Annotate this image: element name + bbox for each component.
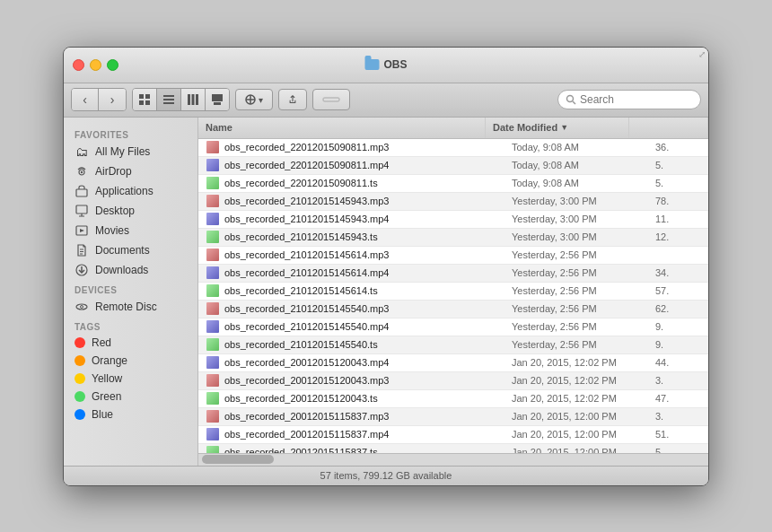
- sidebar-item-downloads[interactable]: Downloads: [64, 260, 197, 280]
- file-date: Yesterday, 2:56 PM: [512, 321, 655, 332]
- movies-icon: [75, 223, 89, 238]
- forward-button[interactable]: ›: [99, 89, 126, 110]
- sidebar-item-airdrop[interactable]: AirDrop: [64, 161, 197, 181]
- file-thumb: [206, 194, 220, 208]
- table-row[interactable]: obs_recorded_21012015145540.mp3Yesterday…: [198, 301, 708, 318]
- table-row[interactable]: obs_recorded_21012015145614.mp4Yesterday…: [198, 265, 708, 283]
- file-thumb: [206, 373, 220, 388]
- table-row[interactable]: obs_recorded_22012015090811.mp4Today, 9:…: [198, 157, 708, 175]
- table-row[interactable]: obs_recorded_21012015145540.tsYesterday,…: [198, 336, 708, 354]
- arrange-dropdown-icon: ▾: [259, 95, 263, 105]
- table-row[interactable]: obs_recorded_21012015145614.tsYesterday,…: [198, 283, 708, 301]
- orange-tag-dot: [75, 355, 85, 366]
- col-size-header[interactable]: [629, 118, 708, 138]
- sidebar-item-blue[interactable]: Blue: [64, 406, 197, 423]
- maximize-button[interactable]: [107, 59, 118, 71]
- file-size: 62.: [655, 303, 701, 314]
- file-size: 57.: [655, 285, 701, 296]
- finder-window: OBS ⤢ ‹ ›: [63, 47, 709, 486]
- col-date-header[interactable]: Date Modified ▼: [486, 118, 629, 138]
- back-button[interactable]: ‹: [72, 89, 99, 110]
- red-tag-dot: [75, 337, 85, 348]
- file-thumb: [206, 212, 220, 226]
- svg-rect-15: [323, 98, 339, 101]
- file-size: 5.: [655, 178, 701, 188]
- col-name-header[interactable]: Name: [198, 118, 486, 138]
- status-text: 57 items, 799.12 GB available: [320, 470, 452, 481]
- view-list-button[interactable]: [157, 89, 181, 110]
- window-title: OBS: [364, 58, 407, 71]
- desktop-icon: [75, 204, 89, 218]
- sidebar-item-remote-disc[interactable]: Remote Disc: [64, 297, 197, 317]
- svg-point-32: [81, 305, 83, 308]
- file-date: Jan 20, 2015, 12:02 PM: [512, 357, 655, 368]
- sidebar-item-green[interactable]: Green: [64, 388, 197, 406]
- file-type-icon: [206, 177, 219, 189]
- table-row[interactable]: obs_recorded_20012015120043.tsJan 20, 20…: [198, 390, 708, 408]
- file-size: 36.: [655, 142, 701, 153]
- file-type-icon: [206, 141, 219, 153]
- statusbar: 57 items, 799.12 GB available: [64, 466, 708, 485]
- file-size: 78.: [655, 196, 701, 206]
- file-name: obs_recorded_22012015090811.mp3: [224, 142, 512, 153]
- table-row[interactable]: obs_recorded_21012015145943.tsYesterday,…: [198, 229, 708, 247]
- scrollbar-thumb[interactable]: [202, 455, 274, 464]
- arrange-button[interactable]: ▾: [235, 89, 273, 110]
- sidebar-item-red[interactable]: Red: [64, 334, 197, 352]
- resize-handle[interactable]: ⤢: [695, 48, 708, 61]
- view-cover-button[interactable]: [206, 89, 229, 110]
- cover-icon: [211, 93, 224, 106]
- table-row[interactable]: obs_recorded_20012015115837.mp3Jan 20, 2…: [198, 408, 708, 426]
- devices-section-title: DEVICES: [64, 280, 197, 297]
- view-columns-button[interactable]: [181, 89, 206, 110]
- file-name: obs_recorded_21012015145540.mp4: [224, 321, 512, 332]
- file-size: 3.: [655, 411, 701, 422]
- file-name: obs_recorded_20012015115837.mp4: [224, 429, 512, 440]
- sidebar-item-desktop[interactable]: Desktop: [64, 201, 197, 221]
- horizontal-scrollbar[interactable]: [198, 453, 708, 466]
- search-box[interactable]: [557, 90, 701, 109]
- file-date: Today, 9:08 AM: [512, 178, 655, 188]
- sidebar-label: Desktop: [95, 205, 135, 217]
- table-row[interactable]: obs_recorded_21012015145943.mp3Yesterday…: [198, 193, 708, 211]
- svg-rect-1: [145, 94, 150, 99]
- table-row[interactable]: obs_recorded_21012015145540.mp4Yesterday…: [198, 318, 708, 336]
- sidebar-item-all-my-files[interactable]: 🗂 All My Files: [64, 142, 197, 161]
- close-button[interactable]: [73, 59, 84, 71]
- toolbar: ‹ ›: [64, 83, 708, 118]
- table-row[interactable]: obs_recorded_21012015145943.mp4Yesterday…: [198, 211, 708, 229]
- file-type-icon: [206, 159, 219, 171]
- view-icons-button[interactable]: [133, 89, 157, 110]
- edit-icon: [322, 95, 340, 104]
- table-row[interactable]: obs_recorded_22012015090811.mp3Today, 9:…: [198, 139, 708, 157]
- file-thumb: [206, 266, 220, 280]
- tags-section-title: TAGS: [64, 317, 197, 334]
- titlebar: OBS ⤢: [64, 48, 708, 83]
- file-date: Yesterday, 2:56 PM: [512, 339, 655, 350]
- file-thumb: [206, 301, 220, 316]
- table-row[interactable]: obs_recorded_20012015115837.tsJan 20, 20…: [198, 444, 708, 453]
- search-input[interactable]: [580, 93, 693, 106]
- file-date: Yesterday, 2:56 PM: [512, 267, 655, 278]
- table-row[interactable]: obs_recorded_22012015090811.tsToday, 9:0…: [198, 175, 708, 193]
- table-row[interactable]: obs_recorded_20012015120043.mp3Jan 20, 2…: [198, 372, 708, 390]
- sidebar-item-applications[interactable]: Applications: [64, 181, 197, 201]
- sidebar-item-yellow[interactable]: Yellow: [64, 370, 197, 388]
- table-row[interactable]: obs_recorded_21012015145614.mp3Yesterday…: [198, 247, 708, 265]
- sidebar-label: Movies: [95, 224, 129, 237]
- sidebar-item-movies[interactable]: Movies: [64, 221, 197, 240]
- list-icon: [162, 93, 175, 106]
- file-size: 51.: [655, 429, 701, 440]
- file-name: obs_recorded_20012015120043.mp4: [224, 357, 512, 368]
- table-row[interactable]: obs_recorded_20012015115837.mp4Jan 20, 2…: [198, 426, 708, 444]
- edit-button[interactable]: [312, 89, 350, 110]
- share-button[interactable]: [278, 89, 307, 110]
- file-size: 44.: [655, 357, 701, 368]
- minimize-button[interactable]: [90, 59, 101, 71]
- sidebar-item-documents[interactable]: Documents: [64, 240, 197, 260]
- documents-icon: [75, 243, 89, 257]
- file-type-icon: [206, 338, 219, 351]
- table-row[interactable]: obs_recorded_20012015120043.mp4Jan 20, 2…: [198, 354, 708, 372]
- file-size: 11.: [655, 214, 701, 224]
- sidebar-item-orange[interactable]: Orange: [64, 352, 197, 370]
